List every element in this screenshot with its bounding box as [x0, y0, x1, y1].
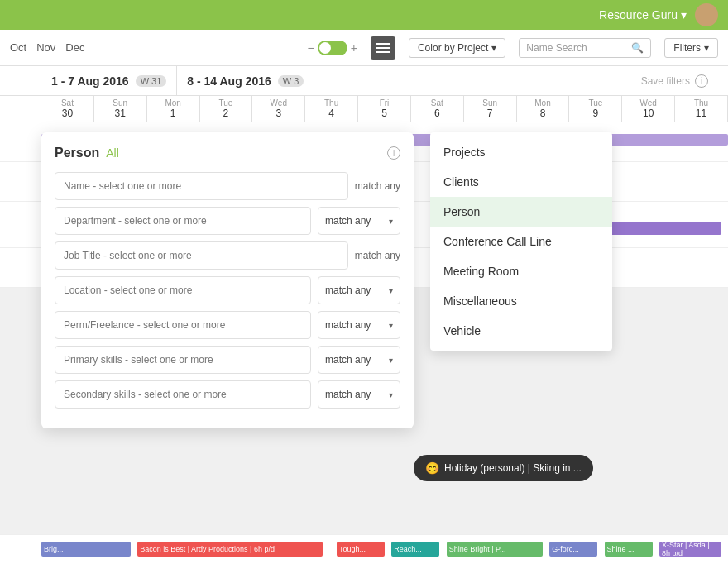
- filter-panel-title: Person: [55, 146, 99, 160]
- dropdown-item-clients[interactable]: Clients: [430, 167, 612, 197]
- navbar: Oct Nov Dec − + Color by Project ▾ Name …: [0, 30, 728, 66]
- perm-freelance-match-value: match any: [325, 319, 371, 331]
- day-tue-2: Tue2: [200, 96, 253, 122]
- bottom-event-xstar[interactable]: X-Star | Asda | 8h p/d: [659, 542, 721, 557]
- brand-chevron-icon: ▾: [681, 8, 687, 22]
- filters-button[interactable]: Filters ▾: [664, 38, 718, 58]
- dropdown-item-miscellaneous[interactable]: Miscellaneous: [430, 286, 612, 316]
- perm-freelance-input[interactable]: [55, 311, 311, 339]
- day-header-row: Sat30 Sun31 Mon1 Tue2 Wed3 Thu4 Fri5 Sat…: [0, 96, 728, 122]
- search-icon: 🔍: [631, 42, 644, 54]
- day-mon-1: Mon1: [147, 96, 200, 122]
- filter-panel-header: Person All i: [55, 146, 400, 160]
- secondary-skills-dropdown-arrow-icon: ▾: [389, 390, 393, 399]
- week-2-header: 8 - 14 Aug 2016 W 3 Save filters i: [177, 66, 728, 95]
- filter-panel-all-link[interactable]: All: [106, 146, 119, 160]
- header-spacer: [0, 66, 41, 95]
- filter-row-primary-skills: match any ▾: [55, 346, 400, 374]
- department-match-dropdown[interactable]: match any ▾: [318, 207, 400, 235]
- week-1-header: 1 - 7 Aug 2016 W 31: [41, 66, 177, 95]
- filter-row-location: match any ▾: [55, 276, 400, 304]
- save-filters-button[interactable]: Save filters: [641, 75, 690, 87]
- search-placeholder: Name Search: [526, 42, 587, 54]
- primary-skills-input[interactable]: [55, 346, 311, 374]
- row-label-4: [0, 248, 41, 287]
- row-label-2: [0, 162, 41, 201]
- avatar[interactable]: [695, 3, 718, 26]
- bottom-event-gforc[interactable]: G-forc...: [549, 542, 597, 557]
- toggle-switch[interactable]: [318, 41, 347, 55]
- filters-chevron-icon: ▾: [704, 42, 709, 54]
- day-wed-10: Wed10: [622, 96, 675, 122]
- location-match-dropdown[interactable]: match any ▾: [318, 276, 400, 304]
- name-search-box[interactable]: Name Search 🔍: [519, 38, 651, 58]
- filter-row-secondary-skills: match any ▾: [55, 380, 400, 409]
- bottom-event-brig[interactable]: Brig...: [41, 542, 131, 557]
- week-header: 1 - 7 Aug 2016 W 31 8 - 14 Aug 2016 W 3 …: [0, 66, 728, 96]
- day-sat-6: Sat6: [411, 96, 464, 122]
- month-oct[interactable]: Oct: [10, 41, 26, 54]
- day-wed-3: Wed3: [252, 96, 305, 122]
- day-mon-8: Mon8: [517, 96, 570, 122]
- dropdown-item-projects[interactable]: Projects: [430, 137, 612, 167]
- location-match-value: match any: [325, 284, 371, 296]
- zoom-out-button[interactable]: −: [308, 41, 314, 55]
- day-tue-9: Tue9: [569, 96, 622, 122]
- row-label-1: [0, 122, 41, 161]
- secondary-skills-match-dropdown[interactable]: match any ▾: [318, 380, 400, 409]
- bottom-event-shine2[interactable]: Shine ...: [605, 542, 653, 557]
- brand-name[interactable]: Resource Guru ▾: [599, 8, 687, 22]
- bottom-event-reach[interactable]: Reach...: [391, 542, 439, 557]
- day-sun-31: Sun31: [94, 96, 147, 122]
- list-view-button[interactable]: [371, 36, 395, 60]
- month-dec[interactable]: Dec: [65, 41, 84, 54]
- job-title-input[interactable]: [55, 241, 348, 270]
- holiday-tooltip: 😊 Holiday (personal) | Skiing in ...: [414, 455, 593, 481]
- department-input[interactable]: [55, 207, 311, 235]
- secondary-skills-match-value: match any: [325, 389, 371, 400]
- filter-row-department: match any ▾: [55, 207, 400, 235]
- bottom-spacer: [0, 535, 41, 564]
- week-2-title: 8 - 14 Aug 2016: [187, 74, 271, 88]
- row-label-3: [0, 202, 41, 247]
- day-thu-4: Thu4: [305, 96, 358, 122]
- day-fri-5: Fri5: [358, 96, 411, 122]
- filter-row-job-title: match any: [55, 241, 400, 270]
- bottom-event-shine-bright[interactable]: Shine Bright | P...: [447, 542, 543, 557]
- name-input[interactable]: [55, 172, 348, 200]
- tooltip-text: Holiday (personal) | Skiing in ...: [444, 462, 582, 474]
- filter-info-icon[interactable]: i: [387, 146, 400, 160]
- zoom-in-button[interactable]: +: [351, 41, 357, 55]
- day-sat-30: Sat30: [41, 96, 94, 122]
- job-title-match-label: match any: [355, 250, 400, 261]
- location-input[interactable]: [55, 276, 311, 304]
- info-icon[interactable]: i: [695, 74, 708, 88]
- dropdown-item-conference-call-line[interactable]: Conference Call Line: [430, 227, 612, 256]
- brand-label: Resource Guru: [599, 8, 678, 22]
- day-thu-11: Thu11: [675, 96, 728, 122]
- dropdown-item-person[interactable]: Person: [430, 197, 612, 227]
- filter-row-name: match any: [55, 172, 400, 200]
- location-dropdown-arrow-icon: ▾: [389, 286, 393, 295]
- week-2-badge: W 3: [278, 75, 304, 87]
- month-nov[interactable]: Nov: [36, 41, 55, 54]
- smiley-icon: 😊: [425, 461, 439, 475]
- color-by-chevron-icon: ▾: [491, 42, 496, 54]
- bottom-events-row: Brig... Bacon is Best | Ardy Productions…: [0, 534, 728, 564]
- filter-panel: Person All i match any match any ▾ match…: [41, 132, 414, 428]
- department-match-value: match any: [325, 215, 371, 227]
- week-1-title: 1 - 7 Aug 2016: [51, 74, 129, 88]
- color-by-button[interactable]: Color by Project ▾: [409, 38, 505, 58]
- secondary-skills-input[interactable]: [55, 380, 311, 409]
- name-match-label: match any: [355, 180, 400, 192]
- bottom-event-tough[interactable]: Tough...: [337, 542, 385, 557]
- topbar: Resource Guru ▾: [0, 0, 728, 30]
- dropdown-item-meeting-room[interactable]: Meeting Room: [430, 256, 612, 286]
- primary-skills-match-dropdown[interactable]: match any ▾: [318, 346, 400, 374]
- zoom-toggle: − +: [308, 41, 357, 55]
- bottom-event-bacon[interactable]: Bacon is Best | Ardy Productions | 6h p/…: [137, 542, 323, 557]
- day-headers: Sat30 Sun31 Mon1 Tue2 Wed3 Thu4 Fri5 Sat…: [41, 96, 728, 122]
- filter-row-perm-freelance: match any ▾: [55, 311, 400, 339]
- dropdown-item-vehicle[interactable]: Vehicle: [430, 316, 612, 346]
- perm-freelance-match-dropdown[interactable]: match any ▾: [318, 311, 400, 339]
